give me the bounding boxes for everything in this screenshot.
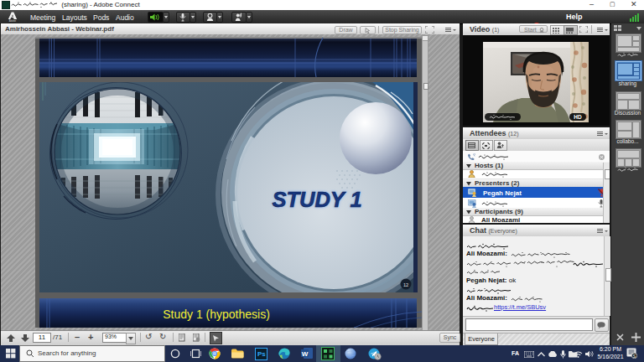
svg-text:STUDY 1: STUDY 1	[272, 188, 361, 211]
svg-text:HD: HD	[574, 114, 582, 120]
svg-text:W: W	[302, 350, 309, 358]
svg-text:Study 1 (hypothesis): Study 1 (hypothesis)	[163, 308, 270, 321]
svg-text:12: 12	[403, 282, 408, 287]
svg-text:Adobe: Adobe	[9, 19, 17, 22]
